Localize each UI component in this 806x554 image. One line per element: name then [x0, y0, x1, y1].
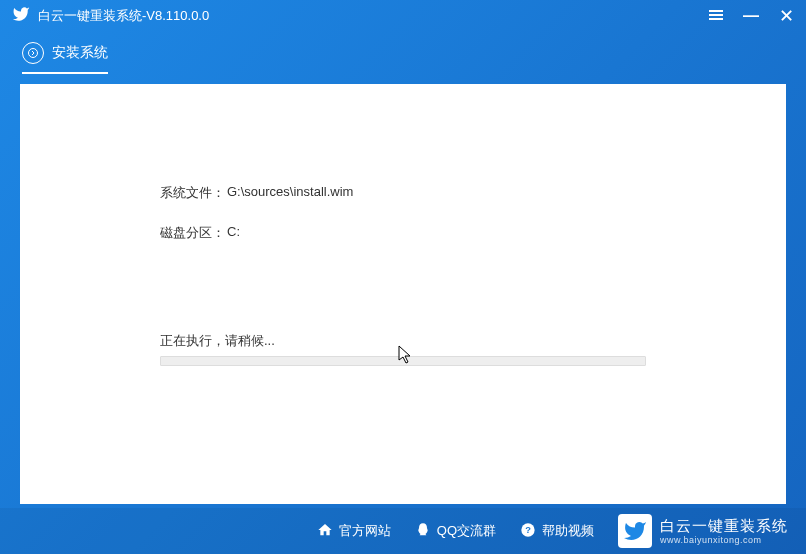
disk-label: 磁盘分区：: [160, 224, 225, 242]
footer-links: 官方网站 QQ交流群 ? 帮助视频: [317, 522, 594, 541]
brand-text: 白云一键重装系统 www.baiyunxitong.com: [660, 517, 788, 546]
disk-row: 磁盘分区： C:: [160, 224, 646, 242]
menu-icon: [709, 8, 723, 22]
menu-button[interactable]: [709, 8, 723, 25]
footer-website-label: 官方网站: [339, 522, 391, 540]
home-icon: [317, 522, 333, 541]
close-button[interactable]: ✕: [779, 7, 794, 25]
app-logo-icon: [12, 5, 30, 27]
titlebar: 白云一键重装系统-V8.110.0.0 — ✕: [0, 0, 806, 32]
footer-help-label: 帮助视频: [542, 522, 594, 540]
footer: 官方网站 QQ交流群 ? 帮助视频 白云一键重装系统 www.baiyunxit…: [0, 508, 806, 554]
svg-point-0: [29, 49, 38, 58]
svg-text:?: ?: [525, 525, 531, 535]
titlebar-left: 白云一键重装系统-V8.110.0.0: [12, 5, 209, 27]
step-arrow-icon: [22, 42, 44, 64]
system-file-value: G:\sources\install.wim: [227, 184, 353, 202]
progress-area: 正在执行，请稍候...: [160, 332, 646, 366]
tab-row: 安装系统: [0, 32, 806, 74]
minimize-button[interactable]: —: [743, 8, 759, 24]
system-file-label: 系统文件：: [160, 184, 225, 202]
system-file-row: 系统文件： G:\sources\install.wim: [160, 184, 646, 202]
brand-sub: www.baiyunxitong.com: [660, 535, 788, 546]
help-icon: ?: [520, 522, 536, 541]
qq-icon: [415, 522, 431, 541]
footer-qq-label: QQ交流群: [437, 522, 496, 540]
content-panel: 系统文件： G:\sources\install.wim 磁盘分区： C: 正在…: [20, 84, 786, 504]
footer-brand: 白云一键重装系统 www.baiyunxitong.com: [618, 514, 788, 548]
titlebar-controls: — ✕: [709, 7, 794, 25]
brand-main: 白云一键重装系统: [660, 517, 788, 535]
app-title: 白云一键重装系统-V8.110.0.0: [38, 7, 209, 25]
disk-value: C:: [227, 224, 240, 242]
footer-qq-link[interactable]: QQ交流群: [415, 522, 496, 541]
footer-help-link[interactable]: ? 帮助视频: [520, 522, 594, 541]
progress-text: 正在执行，请稍候...: [160, 332, 646, 350]
brand-logo-icon: [618, 514, 652, 548]
tab-install[interactable]: 安装系统: [22, 42, 108, 74]
footer-website-link[interactable]: 官方网站: [317, 522, 391, 541]
tab-label: 安装系统: [52, 44, 108, 62]
progress-bar: [160, 356, 646, 366]
